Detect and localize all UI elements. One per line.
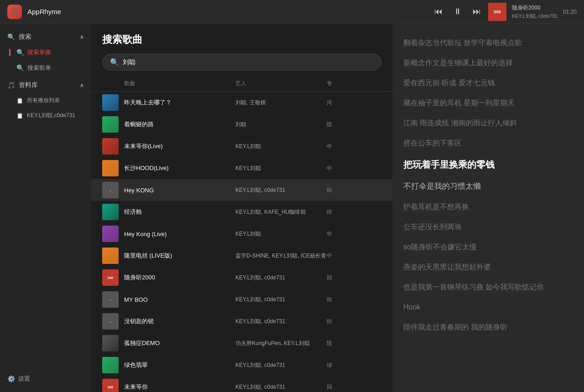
- song-artist: KEY.L刘聪, c0de731: [235, 186, 327, 194]
- playback-controls: ⏮ ⏸ ⏭: [433, 5, 483, 18]
- song-row[interactable]: 绿色翡翠KEY.L刘聪, c0de731绿: [91, 354, 392, 376]
- song-name: 未来等你: [124, 383, 235, 391]
- song-album: 经: [327, 208, 381, 216]
- search-section-icon: 🔍: [7, 33, 15, 41]
- lyrics-panel: 翻着杂志当代歌坛 放学守着电视点歌新概念作文是生物课上最好的选择爱在西元前 听成…: [392, 24, 584, 392]
- song-thumbnail: [102, 248, 119, 264]
- song-row[interactable]: ♪Hey KONGKEY.L刘聪, c0de731街: [91, 179, 392, 201]
- lyric-line[interactable]: so随身听不会嫌它太慢: [403, 237, 573, 257]
- song-thumbnail: S00: [102, 379, 119, 392]
- song-row[interactable]: 长沙HOOD(Live)KEY.L刘聪中: [91, 157, 392, 179]
- sidebar-item-all-playlists[interactable]: 📋 所有播放列表: [0, 93, 91, 108]
- search-song-icon: 🔍: [16, 49, 24, 56]
- song-thumbnail: [102, 116, 119, 133]
- sidebar-item-my-playlist[interactable]: 📋 KEY.L刘聪,c0de731: [0, 108, 91, 123]
- song-row[interactable]: ♪没钥匙的锁KEY.L刘聪, c0de731街: [91, 310, 392, 332]
- lyric-line[interactable]: 燕姿的天黑黑让我想起外婆: [403, 257, 573, 277]
- now-playing-title: 随身听2000: [512, 4, 558, 12]
- col-header-album: 专: [327, 80, 381, 88]
- song-thumbnail: [102, 357, 119, 373]
- search-input[interactable]: [123, 59, 374, 66]
- song-artist: 盖宇D-SHINE, KEY.L刘聪, ICE杨长青: [235, 252, 327, 260]
- lyric-line[interactable]: 爱在西元前 听成 爱才七元钱: [403, 73, 573, 93]
- song-thumbnail: ♪: [102, 182, 119, 198]
- song-name: 长沙HOOD(Live): [124, 164, 235, 172]
- sidebar-library-label: 资料库: [19, 81, 38, 89]
- lyric-line[interactable]: 不打伞是我的习惯太懒: [403, 176, 573, 197]
- sidebar-search-header[interactable]: 🔍 搜索 ∧: [0, 29, 91, 45]
- song-album: 中: [327, 143, 381, 150]
- song-artist: KEY.L刘聪, c0de731: [235, 383, 327, 391]
- search-page: 搜索歌曲 🔍 歌曲 艺人 专 昨天晚上去哪了？刘聪, 王敬棋河着蜿蜒的路刘聪阻未…: [91, 24, 392, 392]
- song-row[interactable]: S00未来等你KEY.L刘聪, c0de731回: [91, 376, 392, 392]
- lyric-line[interactable]: Hook: [403, 297, 573, 317]
- song-row[interactable]: 经济舱KEY.L刘聪, KAFE_HU咖啡胡经: [91, 201, 392, 223]
- song-name: 昨天晚上去哪了？: [124, 98, 235, 107]
- lyric-line[interactable]: 也是我第一首钢琴练习曲 如今我写歌惦记你: [403, 277, 573, 297]
- lyrics-container: 翻着杂志当代歌坛 放学守着电视点歌新概念作文是生物课上最好的选择爱在西元前 听成…: [403, 33, 573, 383]
- sidebar-item-search-playlist[interactable]: 🔍 搜索歌单: [0, 60, 91, 76]
- library-icon: 🎵: [7, 82, 15, 89]
- sidebar-all-playlists-label: 所有播放列表: [27, 97, 60, 104]
- song-thumbnail: [102, 94, 119, 111]
- play-pause-button[interactable]: ⏸: [452, 5, 464, 18]
- song-name: 孤独症DEMO: [124, 339, 235, 347]
- song-thumbnail: [102, 335, 119, 351]
- song-name: 经济舱: [124, 208, 235, 216]
- sidebar-item-search-song[interactable]: 🔍 搜索单曲: [0, 45, 91, 60]
- song-album: 中: [327, 230, 381, 238]
- song-album: 街: [327, 318, 381, 325]
- time-display: 01:20: [563, 9, 577, 15]
- lyric-line[interactable]: 挤在公车的下客区: [403, 133, 573, 153]
- search-chevron-icon: ∧: [80, 34, 84, 40]
- lyric-line[interactable]: 把玩着手里换乘的零钱: [403, 153, 573, 176]
- sidebar-library-header[interactable]: 🎵 资料库 ∧: [0, 77, 91, 93]
- song-row[interactable]: ♪MY BOOKEY.L刘聪, c0de731街: [91, 289, 392, 310]
- lyric-line[interactable]: 陪伴我走过青春期的 我的随身听: [403, 317, 573, 337]
- song-list: 昨天晚上去哪了？刘聪, 王敬棋河着蜿蜒的路刘聪阻未来等你(Live)KEY.L刘…: [91, 92, 392, 392]
- song-row[interactable]: 着蜿蜒的路刘聪阻: [91, 113, 392, 135]
- all-playlists-icon: 📋: [16, 98, 23, 104]
- song-name: MY BOO: [124, 296, 235, 303]
- song-album: 阻: [327, 121, 381, 129]
- song-thumbnail: [102, 138, 119, 155]
- song-thumbnail: [102, 226, 119, 242]
- song-thumbnail: [102, 160, 119, 176]
- now-playing-info: 随身听2000 KEY.L刘聪, c0de731: [512, 4, 558, 20]
- col-header-artist: 艺人: [235, 80, 327, 88]
- song-thumbnail: S00: [102, 269, 119, 286]
- song-name: 绿色翡翠: [124, 361, 235, 369]
- sidebar-settings-label: 设置: [18, 375, 30, 383]
- song-thumbnail: ♪: [102, 313, 119, 330]
- song-name: Hey KONG: [124, 187, 235, 194]
- search-bar: 🔍: [102, 54, 381, 71]
- song-artist: KEY.L刘聪, KAFE_HU咖啡胡: [235, 208, 327, 216]
- sidebar-item-settings[interactable]: ⚙️ 设置: [0, 371, 91, 387]
- song-row[interactable]: 未来等你(Live)KEY.L刘聪中: [91, 135, 392, 157]
- song-name: 着蜿蜒的路: [124, 120, 235, 129]
- content-area: 搜索歌曲 🔍 歌曲 艺人 专 昨天晚上去哪了？刘聪, 王敬棋河着蜿蜒的路刘聪阻未…: [91, 24, 392, 392]
- sidebar-search-label: 搜索: [19, 33, 31, 41]
- song-row[interactable]: S00随身听2000KEY.L刘聪, c0de731回: [91, 267, 392, 289]
- col-header-num: [102, 80, 124, 88]
- search-playlist-icon: 🔍: [16, 64, 24, 72]
- song-artist: 刘聪: [235, 121, 327, 129]
- sidebar: 🔍 搜索 ∧ 🔍 搜索单曲 🔍 搜索歌单 🎵 资料库 ∧ 📋 所有播放列表: [0, 24, 91, 392]
- next-button[interactable]: ⏭: [471, 5, 483, 18]
- lyric-line[interactable]: 护着耳机是不想再换: [403, 197, 573, 217]
- lyric-line[interactable]: 江南 雨连成线 湘南的雨让行人倾斜: [403, 113, 573, 133]
- search-bar-icon: 🔍: [110, 58, 119, 67]
- song-row[interactable]: 昨天晚上去哪了？刘聪, 王敬棋河: [91, 92, 392, 113]
- prev-button[interactable]: ⏮: [433, 5, 444, 18]
- song-row[interactable]: Hey Kong (Live)KEY.L刘聪中: [91, 223, 392, 245]
- song-row[interactable]: 隆里电丝 (LIVE版)盖宇D-SHINE, KEY.L刘聪, ICE杨长青中: [91, 245, 392, 267]
- lyric-line[interactable]: 翻着杂志当代歌坛 放学守着电视点歌: [403, 33, 573, 53]
- song-row[interactable]: 孤独症DEMO功夫胖KungFuPen, KEY.L刘聪阻: [91, 332, 392, 354]
- song-album: 街: [327, 296, 381, 304]
- library-chevron-icon: ∧: [80, 82, 84, 88]
- lyric-line[interactable]: 公车还没长到两块: [403, 217, 573, 237]
- app-icon: 🎵: [7, 5, 22, 19]
- lyric-line[interactable]: 新概念作文是生物课上最好的选择: [403, 53, 573, 73]
- lyric-line[interactable]: 藏在袖子里的耳机 星期一到星期天: [403, 93, 573, 113]
- song-artist: KEY.L刘聪, c0de731: [235, 318, 327, 325]
